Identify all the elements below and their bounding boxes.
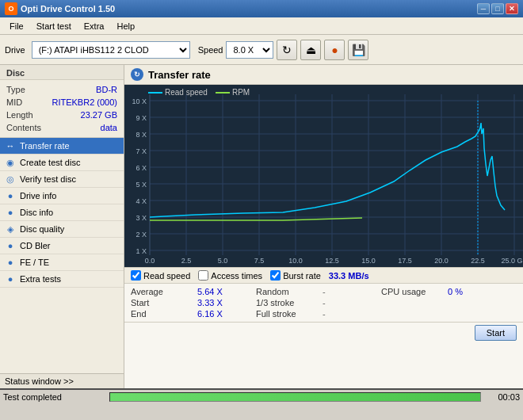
toolbar: Drive (F:) ATAPI iHBS112 2 CLOD Speed 1.…: [0, 35, 523, 65]
sidebar-item-drive-info[interactable]: ● Drive info: [0, 188, 124, 204]
sidebar-item-fe-te[interactable]: ● FE / TE: [0, 254, 124, 271]
svg-text:3 X: 3 X: [136, 214, 147, 222]
menubar: File Start test Extra Help: [0, 17, 523, 35]
drive-label: Drive: [5, 45, 25, 55]
read-speed-color: [148, 92, 162, 94]
svg-text:5.0: 5.0: [218, 257, 228, 265]
svg-text:15.0: 15.0: [361, 257, 376, 265]
svg-rect-1: [124, 85, 150, 267]
content-area: ↻ Transfer rate Read speed RPM: [124, 65, 523, 388]
start-key: Start: [131, 298, 194, 307]
minimize-button[interactable]: ─: [477, 3, 490, 14]
sidebar-item-disc-quality[interactable]: ◈ Disc quality: [0, 221, 124, 238]
disc-mid-row: MID RITEKBR2 (000): [6, 96, 117, 109]
random-key: Random: [256, 287, 319, 296]
time-display: 00:03: [484, 392, 520, 402]
access-times-checkbox-label[interactable]: Access times: [198, 270, 262, 281]
status-text: Test completed: [3, 392, 106, 402]
full-stroke-val: -: [323, 309, 378, 319]
maximize-button[interactable]: □: [491, 3, 504, 14]
progress-bar-container: [109, 392, 481, 402]
read-speed-checkbox-label[interactable]: Read speed: [131, 270, 190, 281]
svg-text:1 X: 1 X: [136, 247, 147, 255]
svg-text:22.5: 22.5: [471, 257, 485, 265]
svg-text:2.5: 2.5: [181, 257, 192, 265]
average-val: 5.64 X: [197, 287, 253, 296]
close-button[interactable]: ✕: [506, 3, 518, 14]
disc-info-icon: ●: [5, 207, 16, 218]
access-times-checkbox[interactable]: [198, 270, 208, 281]
refresh-button[interactable]: ↻: [277, 40, 297, 60]
end-val: 6.16 X: [197, 309, 253, 319]
sidebar-item-verify-test-disc[interactable]: ◎ Verify test disc: [0, 171, 124, 188]
svg-text:6 X: 6 X: [136, 164, 147, 172]
stroke13-val: -: [323, 298, 378, 307]
sidebar-item-disc-quality-label: Disc quality: [20, 224, 64, 234]
eject-button[interactable]: ⏏: [300, 40, 321, 60]
sidebar-item-drive-info-label: Drive info: [20, 191, 56, 200]
burst-rate-checkbox[interactable]: [270, 270, 281, 281]
svg-text:8 X: 8 X: [136, 131, 147, 139]
sidebar-item-cd-bler[interactable]: ● CD Bler: [0, 238, 124, 254]
metrics-area: Average 5.64 X Random - CPU usage 0 % St…: [124, 283, 523, 322]
burst-rate-cb-label: Burst rate: [283, 271, 321, 281]
svg-text:4 X: 4 X: [136, 197, 147, 205]
disc-section-label: Disc: [0, 65, 124, 80]
disc-info-block: Type BD-R MID RITEKBR2 (000) Length 23.2…: [0, 80, 124, 138]
disc-contents-key: Contents: [6, 121, 41, 134]
sidebar-item-transfer-rate[interactable]: ↔ Transfer rate: [0, 138, 124, 155]
fe-te-icon: ●: [5, 257, 16, 268]
cpu-key: CPU usage: [381, 287, 445, 296]
sidebar-item-fe-te-label: FE / TE: [20, 258, 49, 267]
create-test-icon: ◉: [5, 157, 16, 168]
random-val: -: [323, 287, 378, 296]
svg-text:5 X: 5 X: [136, 181, 147, 189]
stroke13-key: 1/3 stroke: [256, 298, 319, 307]
status-window-label: Status window >>: [5, 376, 74, 386]
save-button[interactable]: 💾: [348, 40, 368, 60]
transfer-rate-icon: ↔: [5, 140, 16, 151]
sidebar: Disc Type BD-R MID RITEKBR2 (000) Length…: [0, 65, 124, 388]
progress-bar-fill: [110, 393, 480, 401]
burst-rate-checkbox-label[interactable]: Burst rate: [270, 270, 321, 281]
svg-text:10.0: 10.0: [288, 257, 303, 265]
svg-text:17.5: 17.5: [398, 257, 412, 265]
burn-button[interactable]: ●: [324, 40, 345, 60]
legend-read-label: Read speed: [165, 88, 208, 97]
empty-2: [448, 298, 495, 307]
menu-start-test[interactable]: Start test: [30, 20, 78, 32]
disc-contents-val: data: [101, 121, 117, 134]
empty-1: [381, 298, 445, 307]
sidebar-item-disc-info[interactable]: ● Disc info: [0, 204, 124, 221]
sidebar-item-extra-tests[interactable]: ● Extra tests: [0, 271, 124, 288]
sidebar-item-create-test-disc[interactable]: ◉ Create test disc: [0, 155, 124, 171]
drive-select[interactable]: (F:) ATAPI iHBS112 2 CLOD: [32, 41, 190, 59]
svg-text:7.5: 7.5: [254, 257, 265, 265]
stats-bar: Read speed Access times Burst rate 33.3 …: [124, 267, 523, 283]
menu-extra[interactable]: Extra: [78, 20, 111, 32]
disc-mid-key: MID: [6, 96, 22, 109]
disc-type-key: Type: [6, 83, 25, 96]
verify-test-icon: ◎: [5, 174, 16, 185]
menu-file[interactable]: File: [3, 20, 30, 32]
svg-text:20.0: 20.0: [434, 257, 449, 265]
statusbar: Test completed 00:03: [0, 388, 523, 404]
full-stroke-key: Full stroke: [256, 309, 319, 319]
burst-rate-value: 33.3 MB/s: [329, 271, 369, 281]
sidebar-item-extra-tests-label: Extra tests: [20, 274, 61, 284]
sidebar-item-create-label: Create test disc: [20, 158, 80, 167]
end-key: End: [131, 309, 194, 319]
svg-rect-0: [124, 85, 523, 267]
legend-rpm-label: RPM: [232, 88, 250, 97]
start-button[interactable]: Start: [475, 325, 517, 341]
svg-text:2 X: 2 X: [136, 231, 147, 239]
read-speed-cb-label: Read speed: [143, 271, 190, 281]
speed-select[interactable]: 1.0 X 2.0 X 4.0 X 8.0 X Max: [226, 41, 273, 59]
read-speed-checkbox[interactable]: [131, 270, 141, 281]
svg-text:7 X: 7 X: [136, 147, 147, 155]
svg-text:9 X: 9 X: [136, 114, 147, 122]
chart-svg: 10 X 9 X 8 X 7 X 6 X 5 X 4 X 3 X 2 X 1 X…: [124, 85, 523, 267]
status-window-button[interactable]: Status window >>: [0, 373, 124, 388]
svg-text:10 X: 10 X: [132, 97, 147, 105]
menu-help[interactable]: Help: [110, 20, 141, 32]
